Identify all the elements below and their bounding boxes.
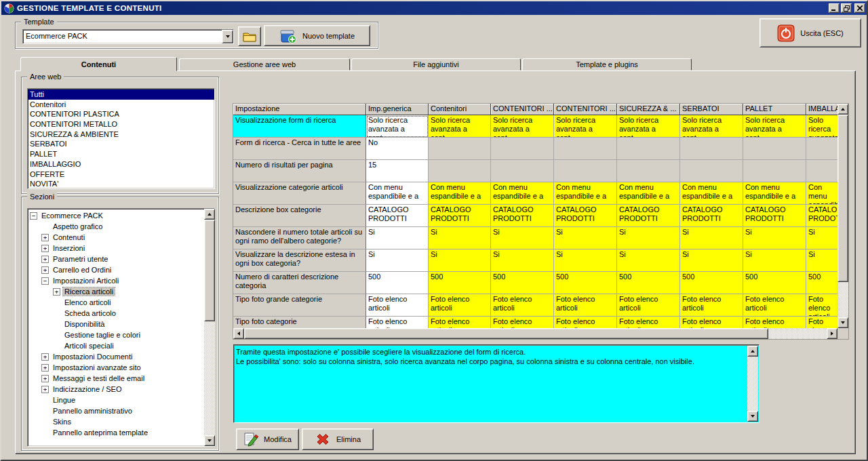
area-value-cell[interactable]: Foto elenco articoli [491, 294, 554, 317]
setting-name-cell[interactable]: Visualizzazione form di ricerca [233, 115, 366, 138]
area-value-cell[interactable] [680, 160, 743, 182]
column-header[interactable]: CONTENITORI ... [554, 104, 617, 115]
grid-vscrollbar[interactable] [837, 104, 848, 328]
grid-scroll-up-icon[interactable] [837, 104, 848, 115]
template-combobox[interactable]: Ecommerce PACK [22, 29, 234, 44]
area-value-cell[interactable]: Con menu espandibile e a ... [491, 182, 554, 205]
expand-icon[interactable]: + [41, 386, 49, 393]
area-value-cell[interactable]: Foto elenco articoli [743, 317, 806, 328]
tree-item[interactable]: +Inserzioni [28, 243, 214, 254]
list-item[interactable]: IMBALLAGGIO [28, 159, 214, 169]
tree-item[interactable]: +Contenuti [28, 232, 214, 243]
area-value-cell[interactable]: Foto elenco articoli [806, 317, 837, 328]
tab-template-e-plugins[interactable]: Template e plugins [522, 58, 692, 71]
tree-item[interactable]: Articoli speciali [28, 340, 214, 351]
list-item[interactable]: CONTENITORI PLASTICA [28, 109, 214, 119]
sezioni-tree[interactable]: −Ecommerce PACKAspetto grafico+Contenuti… [27, 208, 215, 447]
area-value-cell[interactable]: CATALOGO PRODOTTI [491, 205, 554, 227]
area-value-cell[interactable]: Si [491, 249, 554, 272]
setting-name-cell[interactable]: Tipo foto grande categorie [233, 294, 366, 317]
tree-item[interactable]: Pannello amministrativo [28, 405, 214, 416]
area-value-cell[interactable]: Si [491, 227, 554, 249]
area-value-cell[interactable] [554, 160, 617, 182]
area-value-cell[interactable] [743, 160, 806, 182]
area-value-cell[interactable]: Si [806, 227, 837, 249]
area-value-cell[interactable]: CATALOGO PRODOTTI [429, 205, 491, 227]
aree-web-list[interactable]: TuttiContenitoriCONTENITORI PLASTICACONT… [27, 88, 215, 189]
area-value-cell[interactable] [806, 160, 837, 182]
collapse-icon[interactable]: − [30, 212, 37, 220]
column-header[interactable]: Impostazione [233, 104, 366, 115]
column-header[interactable]: IMBALLA [806, 104, 837, 115]
tree-item[interactable]: Disponibilità [28, 319, 214, 329]
tree-scroll-track[interactable] [204, 321, 215, 435]
area-value-cell[interactable]: Foto elenco articoli [429, 317, 491, 328]
generic-value-cell[interactable]: 500 [366, 272, 429, 294]
list-item[interactable]: Tutti [28, 89, 214, 100]
tab-contenuti[interactable]: Contenuti [20, 57, 177, 71]
setting-name-cell[interactable]: Nascondere il numero totale articoli su … [233, 227, 366, 249]
grid-scroll-right-icon[interactable] [827, 328, 837, 339]
setting-name-cell[interactable]: Descrizione box categorie [233, 205, 366, 227]
area-value-cell[interactable]: CATALOGO PRODOTTI [743, 205, 806, 227]
area-value-cell[interactable]: Foto elenco articoli [617, 317, 680, 328]
tree-item[interactable]: Aspetto grafico [28, 221, 214, 232]
list-item[interactable]: OFFERTE [28, 169, 214, 180]
list-item[interactable]: SICUREZZA & AMBIENTE [28, 129, 214, 140]
tab-file-aggiuntivi[interactable]: File aggiuntivi [351, 58, 521, 71]
setting-name-cell[interactable]: Numero di caratteri descrizione categori… [233, 272, 366, 294]
grid-hscrollbar[interactable] [233, 328, 837, 339]
area-value-cell[interactable] [491, 138, 554, 160]
modifica-button[interactable]: Modifica [236, 428, 299, 450]
area-value-cell[interactable]: CATALOGO PRODOTTI [554, 205, 617, 227]
area-value-cell[interactable]: Con menu espandibile e a ... [429, 182, 491, 205]
area-value-cell[interactable]: Si [429, 227, 491, 249]
area-value-cell[interactable]: Foto elenco articoli [554, 317, 617, 328]
area-value-cell[interactable]: Solo ricerca avanzata a cent... [617, 115, 680, 138]
column-header[interactable]: Contenitori [429, 104, 491, 115]
generic-value-cell[interactable]: Si [366, 249, 429, 272]
area-value-cell[interactable]: Con menu espandibile e a ... [554, 182, 617, 205]
list-item[interactable]: Contenitori [28, 100, 214, 110]
tree-item[interactable]: +Impostazioni Documenti [28, 351, 214, 362]
expand-icon[interactable]: + [53, 288, 60, 296]
open-template-button[interactable] [238, 26, 261, 46]
setting-name-cell[interactable]: Visualizzazione categorie articoli [233, 182, 366, 205]
area-value-cell[interactable]: Solo ricerca avanzata a cent... [680, 115, 743, 138]
tree-item[interactable]: Pannello anteprima template [28, 427, 214, 438]
desc-scroll-track[interactable] [747, 357, 758, 411]
tree-item[interactable]: +Impostazioni avanzate sito [28, 362, 214, 373]
area-value-cell[interactable]: Foto elenco articoli [680, 294, 743, 317]
setting-name-cell[interactable]: Numero di risultati per pagina [233, 160, 366, 182]
area-value-cell[interactable]: Solo ricerca avanzata a cent... [429, 115, 491, 138]
dropdown-arrow-icon[interactable] [222, 30, 233, 43]
desc-scroll-up-icon[interactable] [747, 346, 758, 357]
area-value-cell[interactable]: Si [554, 249, 617, 272]
grid-vscroll-track[interactable] [837, 282, 848, 317]
generic-value-cell[interactable]: Foto elenco articoli [366, 294, 429, 317]
tree-item[interactable]: +Ricerca articoli [28, 286, 214, 297]
tree-item[interactable]: −Impostazioni Articoli [28, 275, 214, 286]
generic-value-cell[interactable]: No [366, 138, 429, 160]
exit-button[interactable]: Uscita (ESC) [760, 18, 861, 47]
area-value-cell[interactable]: Si [617, 227, 680, 249]
elimina-button[interactable]: Elimina [302, 428, 374, 450]
area-value-cell[interactable] [429, 138, 491, 160]
area-value-cell[interactable]: Foto elenco articoli [743, 294, 806, 317]
area-value-cell[interactable]: Solo ricerca avanzata a cent... [554, 115, 617, 138]
area-value-cell[interactable]: Si [743, 227, 806, 249]
minimize-button[interactable] [829, 3, 840, 13]
area-value-cell[interactable]: Foto elenco articoli [429, 294, 491, 317]
maximize-button[interactable] [841, 3, 852, 13]
setting-name-cell[interactable]: Visualizzare la descrizione estesa in og… [233, 249, 366, 272]
column-header[interactable]: SERBATOI [680, 104, 743, 115]
generic-value-cell[interactable]: Solo ricerca avanzata a cent... [366, 115, 429, 138]
tree-item[interactable]: −Ecommerce PACK [28, 210, 214, 221]
area-value-cell[interactable]: Con menu espandibile e a ... [680, 182, 743, 205]
list-item[interactable]: CONTENITORI METALLO [28, 119, 214, 129]
tree-scroll-thumb[interactable] [204, 220, 215, 321]
column-header[interactable]: CONTENITORI ... [491, 104, 554, 115]
grid-scroll-left-icon[interactable] [233, 328, 244, 339]
area-value-cell[interactable] [617, 160, 680, 182]
tab-gestione-aree-web[interactable]: Gestione aree web [179, 58, 350, 71]
